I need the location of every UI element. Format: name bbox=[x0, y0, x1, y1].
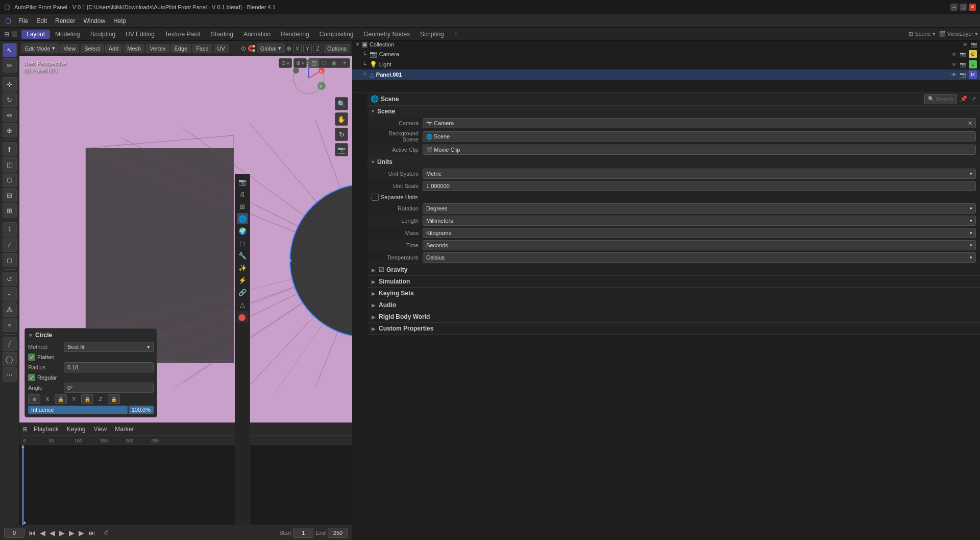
tool-extrude[interactable]: ⬆ bbox=[3, 142, 17, 156]
menu-file[interactable]: File bbox=[14, 16, 32, 26]
camera-prop-value[interactable]: 📷 Camera ✕ bbox=[423, 118, 976, 128]
tool-rip-region[interactable]: ⋯ bbox=[3, 367, 17, 382]
playback-menu[interactable]: Playback bbox=[32, 425, 61, 434]
mass-value[interactable]: Kilograms ▾ bbox=[423, 228, 976, 238]
scene-props-icon[interactable]: 🌐 bbox=[237, 213, 248, 224]
scene-expand-icon[interactable]: ↗ bbox=[970, 95, 977, 103]
time-value[interactable]: Seconds ▾ bbox=[423, 240, 976, 250]
collection-expand-btn[interactable]: ▼ bbox=[355, 42, 360, 47]
material-shading-btn[interactable]: ◉ bbox=[329, 59, 339, 67]
timeline-editor-icon[interactable]: ⊞ bbox=[22, 426, 28, 433]
active-clip-value[interactable]: 🎬 Movie Clip bbox=[423, 145, 976, 155]
overlay-toggle[interactable]: ⊙ ▾ bbox=[279, 58, 292, 68]
tool-shear[interactable]: ⧸ bbox=[3, 337, 17, 351]
current-frame-input[interactable]: 0 bbox=[4, 528, 24, 538]
transform-orient-icon[interactable]: ⊕ bbox=[286, 45, 291, 52]
tool-poly-build[interactable]: ◻ bbox=[3, 253, 17, 267]
rendered-shading-btn[interactable]: ☀ bbox=[339, 59, 350, 67]
x-lock-btn[interactable]: 🔒 bbox=[55, 394, 67, 404]
snap-icon[interactable]: 🧲 bbox=[248, 45, 255, 52]
tool-smooth-vertex[interactable]: ~ bbox=[3, 287, 17, 301]
object-props-icon[interactable]: ◻ bbox=[237, 238, 248, 249]
camera-eye-icon[interactable]: 👁 bbox=[951, 52, 957, 57]
tool-knife[interactable]: ⌇ bbox=[3, 222, 17, 237]
radius-value[interactable]: 0.18 bbox=[64, 362, 154, 372]
tool-scale[interactable]: ⇔ bbox=[3, 108, 17, 122]
separate-units-checkbox[interactable] bbox=[372, 194, 379, 201]
unit-scale-value[interactable]: 1.000000 bbox=[423, 181, 976, 191]
tool-loop-cut[interactable]: ⊟ bbox=[3, 188, 17, 202]
influence-value[interactable]: 100.0% bbox=[129, 406, 154, 414]
panel-render-icon[interactable]: 📷 bbox=[960, 72, 966, 78]
x-axis-mirror-btn[interactable]: X bbox=[293, 44, 302, 53]
keying-sets-section[interactable]: ▶ Keying Sets bbox=[368, 288, 980, 299]
constraints-props-icon[interactable]: 🔗 bbox=[237, 287, 248, 298]
popup-collapse-icon[interactable]: ▼ bbox=[28, 333, 33, 338]
tab-uv-editing[interactable]: UV Editing bbox=[120, 30, 160, 39]
data-props-icon[interactable]: △ bbox=[237, 299, 248, 310]
z-lock-btn[interactable]: 🔒 bbox=[108, 394, 120, 404]
fullscreen-icon[interactable]: ⬛ bbox=[11, 31, 17, 37]
tool-bevel[interactable]: ⬡ bbox=[3, 173, 17, 187]
next-frame-btn[interactable]: ▶ bbox=[78, 529, 85, 537]
minimize-button[interactable]: – bbox=[950, 4, 958, 11]
tool-rotate[interactable]: ↻ bbox=[3, 92, 17, 107]
physics-props-icon[interactable]: ⚡ bbox=[237, 274, 248, 286]
bg-scene-value[interactable]: 🌐 Scene bbox=[423, 131, 976, 142]
tool-randomize[interactable]: ⁂ bbox=[3, 302, 17, 317]
tool-spin[interactable]: ↺ bbox=[3, 272, 17, 286]
options-button[interactable]: Options bbox=[324, 44, 350, 53]
scene-search-box[interactable]: 🔍 Search bbox=[924, 94, 957, 104]
viewport-uv-menu[interactable]: UV bbox=[214, 44, 229, 53]
flatten-checkbox[interactable]: ✓ bbox=[28, 354, 35, 361]
light-eye-icon[interactable]: 👁 bbox=[951, 62, 957, 67]
engine-selector[interactable]: ⊞ Scene ▾ bbox=[909, 31, 935, 37]
regular-checkbox[interactable]: ✓ bbox=[28, 374, 35, 381]
outliner-item-panel[interactable]: └ △ Panel.001 👁 📷 M bbox=[352, 69, 980, 80]
custom-properties-section[interactable]: ▶ Custom Properties bbox=[368, 323, 980, 335]
tool-transform[interactable]: ⊕ bbox=[3, 123, 17, 137]
method-dropdown[interactable]: Best fit ▾ bbox=[64, 342, 154, 352]
viewport-select-menu[interactable]: Select bbox=[81, 44, 104, 53]
scene-pin-icon[interactable]: 📌 bbox=[959, 95, 968, 103]
light-render-icon[interactable]: 📷 bbox=[960, 62, 966, 67]
solid-shading-btn[interactable]: ◫ bbox=[309, 59, 319, 67]
camera-close-btn[interactable]: ✕ bbox=[968, 120, 972, 127]
modifier-props-icon[interactable]: 🔧 bbox=[237, 250, 248, 261]
tab-texture-paint[interactable]: Texture Paint bbox=[160, 30, 206, 39]
particles-props-icon[interactable]: ✨ bbox=[237, 262, 248, 273]
tool-annotate[interactable]: ✏ bbox=[3, 58, 17, 73]
tool-inset[interactable]: ◫ bbox=[3, 157, 17, 172]
wireframe-shading-btn[interactable]: ⬡ bbox=[319, 59, 329, 67]
render-engine[interactable]: 🎬 ViewLayer ▾ bbox=[939, 31, 978, 37]
viewport-edge-menu[interactable]: Edge bbox=[170, 44, 191, 53]
viewport-mesh-menu[interactable]: Mesh bbox=[124, 44, 144, 53]
tab-sculpting[interactable]: Sculpting bbox=[85, 30, 120, 39]
tab-animation[interactable]: Animation bbox=[238, 30, 276, 39]
tool-slide-relax[interactable]: ≈ bbox=[3, 318, 17, 332]
tab-modeling[interactable]: Modeling bbox=[50, 30, 85, 39]
viewport-vertex-menu[interactable]: Vertex bbox=[146, 44, 169, 53]
panel-eye-icon[interactable]: 👁 bbox=[951, 72, 957, 78]
simulation-section[interactable]: ▶ Simulation bbox=[368, 276, 980, 288]
gravity-checkbox[interactable]: ☑ bbox=[379, 266, 384, 273]
influence-label[interactable]: Influence bbox=[28, 406, 128, 414]
scene-section-header[interactable]: ▼ Scene bbox=[368, 106, 980, 117]
units-section-header[interactable]: ▼ Units bbox=[368, 156, 980, 168]
collection-eye-icon[interactable]: 👁 bbox=[963, 42, 968, 48]
jump-end-btn[interactable]: ⏭ bbox=[87, 529, 96, 537]
outliner-item-light[interactable]: └ 💡 Light 👁 📷 L bbox=[352, 59, 980, 69]
keying-menu[interactable]: Keying bbox=[65, 425, 88, 434]
output-props-icon[interactable]: 🖨 bbox=[237, 189, 248, 200]
outliner-item-camera[interactable]: └ 📷 Camera 👁 📷 C bbox=[352, 49, 980, 59]
menu-window[interactable]: Window bbox=[79, 16, 109, 26]
jump-start-btn[interactable]: ⏮ bbox=[28, 529, 37, 537]
tab-add[interactable]: + bbox=[449, 30, 463, 39]
view-layer-props-icon[interactable]: ⊞ bbox=[237, 201, 248, 212]
prev-keyframe-btn[interactable]: ◀ bbox=[48, 529, 56, 537]
y-lock-btn[interactable]: 🔒 bbox=[81, 394, 93, 404]
rotation-value[interactable]: Degrees ▾ bbox=[423, 203, 976, 214]
editor-type-icon[interactable]: ⊞ bbox=[2, 31, 11, 38]
viewport-view-menu[interactable]: View bbox=[60, 44, 80, 53]
viewport-face-menu[interactable]: Face bbox=[192, 44, 212, 53]
